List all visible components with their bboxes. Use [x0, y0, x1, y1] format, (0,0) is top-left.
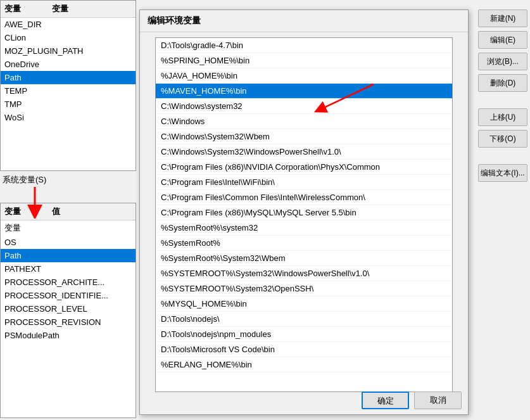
cancel-button[interactable]: 取消 — [414, 391, 462, 409]
path-item[interactable]: %ERLANG_HOME%\bin — [156, 357, 452, 372]
path-list-container: D:\Tools\gradle-4.7\bin%SPRING_HOME%\bin… — [155, 37, 453, 392]
path-item[interactable]: %MYSQL_HOME%\bin — [156, 296, 452, 312]
path-item[interactable]: %SYSTEMROOT%\System32\OpenSSH\ — [156, 281, 452, 296]
path-item[interactable]: C:\Windows\System32\Wbem — [156, 129, 452, 144]
sys-var-item[interactable]: PSModulePath — [1, 329, 136, 342]
sys-var-item[interactable]: 变量 — [1, 220, 136, 236]
path-item[interactable]: D:\Tools\gradle-4.7\bin — [156, 38, 452, 53]
move-down-button[interactable]: 下移(O) — [478, 130, 527, 148]
sys-vars-col-value: 值 — [48, 203, 136, 220]
path-item[interactable]: C:\Windows — [156, 114, 452, 129]
edit-env-dialog: 编辑环境变量 D:\Tools\gradle-4.7\bin%SPRING_HO… — [139, 10, 469, 415]
path-item[interactable]: %JAVA_HOME%\bin — [156, 68, 452, 84]
path-item[interactable]: C:\Program Files (x86)\MySQL\MySQL Serve… — [156, 205, 452, 220]
right-buttons-panel: 新建(N) 编辑(E) 浏览(B)... 删除(D) 上移(U) 下移(O) 编… — [478, 10, 529, 182]
sys-vars-list: 变量 值 变量OSPathPATHEXTPROCESSOR_ARCHITE...… — [0, 203, 136, 418]
user-vars-body: AWE_DIRCLionMOZ_PLUGIN_PATHOneDrivePathT… — [1, 18, 136, 124]
path-item[interactable]: %SPRING_HOME%\bin — [156, 53, 452, 68]
sys-vars-col-name: 变量 — [1, 203, 48, 220]
new-button[interactable]: 新建(N) — [478, 10, 527, 27]
ok-button[interactable]: 确定 — [362, 391, 409, 409]
path-item[interactable]: C:\Program Files\Intel\WiFi\bin\ — [156, 175, 452, 190]
user-vars-list: 变量 变量 AWE_DIRCLionMOZ_PLUGIN_PATHOneDriv… — [0, 0, 136, 171]
user-vars-col-name: 变量 — [1, 1, 48, 17]
edit-text-button[interactable]: 编辑文本(I)... — [478, 164, 527, 182]
sys-var-item[interactable]: PROCESSOR_ARCHITE... — [1, 276, 136, 289]
user-var-item[interactable]: TMP — [1, 98, 136, 111]
user-var-item[interactable]: CLion — [1, 31, 136, 44]
user-var-item[interactable]: OneDrive — [1, 58, 136, 71]
path-item[interactable]: %SYSTEMROOT%\System32\WindowsPowerShell\… — [156, 266, 452, 281]
edit-dialog-title: 编辑环境变量 — [140, 10, 468, 32]
user-var-item[interactable]: AWE_DIR — [1, 18, 136, 31]
user-var-item[interactable]: MOZ_PLUGIN_PATH — [1, 44, 136, 58]
path-item[interactable]: D:\Tools\Microsoft VS Code\bin — [156, 342, 452, 357]
path-items-body: D:\Tools\gradle-4.7\bin%SPRING_HOME%\bin… — [156, 38, 452, 372]
path-item[interactable]: %SystemRoot%\system32 — [156, 220, 452, 236]
path-item[interactable]: D:\Tools\nodejs\ — [156, 312, 452, 327]
user-var-item[interactable]: WoSi — [1, 111, 136, 124]
path-item[interactable]: C:\Program Files\Common Files\Intel\Wire… — [156, 190, 452, 205]
outer-dialog: 变量 变量 AWE_DIRCLionMOZ_PLUGIN_PATHOneDriv… — [0, 0, 530, 420]
user-var-item[interactable]: TEMP — [1, 84, 136, 98]
sys-vars-body: 变量OSPathPATHEXTPROCESSOR_ARCHITE...PROCE… — [1, 220, 136, 342]
path-item[interactable]: C:\Windows\System32\WindowsPowerShell\v1… — [156, 144, 452, 160]
edit-button[interactable]: 编辑(E) — [478, 31, 527, 49]
sys-var-item[interactable]: PROCESSOR_REVISION — [1, 315, 136, 329]
sys-var-item[interactable]: PATHEXT — [1, 262, 136, 276]
delete-button[interactable]: 删除(D) — [478, 74, 527, 92]
sys-var-item[interactable]: PROCESSOR_LEVEL — [1, 302, 136, 315]
user-vars-col-value: 变量 — [48, 1, 136, 17]
path-item[interactable]: C:\Windows\system32 — [156, 99, 452, 114]
path-item[interactable]: %MAVEN_HOME%\bin — [156, 84, 452, 99]
edit-dialog-content: D:\Tools\gradle-4.7\bin%SPRING_HOME%\bin… — [140, 32, 468, 397]
path-item[interactable]: D:\Tools\nodejs\npm_modules — [156, 327, 452, 342]
browse-button[interactable]: 浏览(B)... — [478, 53, 527, 70]
path-list[interactable]: D:\Tools\gradle-4.7\bin%SPRING_HOME%\bin… — [156, 38, 452, 391]
dialog-bottom-buttons: 确定 取消 — [362, 391, 462, 409]
path-item[interactable]: %SystemRoot%\System32\Wbem — [156, 251, 452, 266]
sys-vars-label: 系统变量(S) — [3, 174, 46, 186]
sys-var-item[interactable]: OS — [1, 236, 136, 249]
user-var-item[interactable]: Path — [1, 71, 136, 84]
move-up-button[interactable]: 上移(U) — [478, 108, 527, 126]
sys-var-item[interactable]: Path — [1, 249, 136, 262]
path-item[interactable]: C:\Program Files (x86)\NVIDIA Corporatio… — [156, 160, 452, 175]
sys-var-item[interactable]: PROCESSOR_IDENTIFIE... — [1, 289, 136, 302]
path-item[interactable]: %SystemRoot% — [156, 236, 452, 251]
